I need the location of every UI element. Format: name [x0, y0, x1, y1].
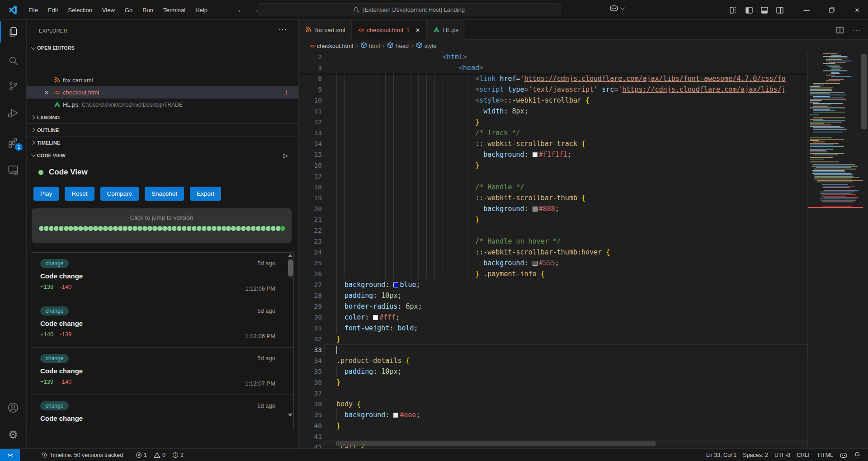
- code-line-number: 19: [299, 193, 322, 203]
- change-stats: +139-140: [40, 283, 275, 290]
- tab-hl-ps[interactable]: HL.ps: [427, 20, 465, 40]
- code-line: background: #555;: [336, 258, 559, 268]
- open-editor-checkout-html[interactable]: ✕<>checkout.html1: [27, 86, 299, 99]
- command-center[interactable]: [Extension Development Host] Landing: [258, 3, 561, 16]
- tab-fox-cart-xml[interactable]: fox cart.xml: [299, 20, 352, 40]
- file-type-ps-icon: [433, 26, 440, 34]
- open-editor-fox-cart-xml[interactable]: fox cart.xml: [27, 74, 299, 86]
- export-button[interactable]: Export: [190, 187, 221, 201]
- version-dots[interactable]: [38, 226, 286, 231]
- change-type-badge: change: [40, 401, 69, 410]
- section-timeline[interactable]: TIMELINE: [27, 136, 299, 149]
- change-time: 1:12:06 PM: [245, 285, 276, 292]
- chevron-down-icon: [620, 5, 625, 10]
- explorer-activity-icon[interactable]: [0, 21, 26, 42]
- code-line-number: 20: [299, 203, 322, 214]
- restore-button[interactable]: [819, 0, 844, 20]
- menu-help[interactable]: Help: [190, 5, 212, 15]
- vscode-logo-icon: [7, 5, 18, 15]
- section-open-editors[interactable]: OPEN EDITORS: [27, 42, 299, 54]
- section-landing[interactable]: LANDING: [27, 111, 299, 123]
- code-line: padding: 10px;: [336, 366, 402, 377]
- breadcrumb-item-checkout-html[interactable]: <>checkout.html: [310, 42, 353, 49]
- change-ago: 5d ago: [257, 402, 275, 409]
- toggle-sidebar-icon[interactable]: [745, 7, 753, 14]
- version-dot[interactable]: [280, 226, 286, 231]
- code-line: }: [336, 377, 340, 388]
- toggle-panel-icon[interactable]: [761, 7, 768, 14]
- file-type-ps-icon: [53, 101, 61, 108]
- remote-indicator[interactable]: ><: [0, 449, 20, 461]
- copilot-menu[interactable]: [609, 5, 623, 12]
- compare-button[interactable]: Compare: [100, 187, 139, 201]
- section-outline[interactable]: OUTLINE: [27, 123, 299, 136]
- status-ln-33-col-1[interactable]: Ln 33, Col 1: [703, 449, 740, 461]
- timeline-status[interactable]: Timeline: 50 versions tracked: [38, 449, 126, 461]
- status-html[interactable]: HTML: [815, 449, 836, 461]
- customize-layout-icon[interactable]: [730, 7, 737, 14]
- code-line-number: 32: [299, 334, 322, 344]
- tab-label: checkout.html: [367, 27, 403, 33]
- title-bar: FileEditSelectionViewGoRunTerminalHelp ←…: [0, 0, 868, 20]
- copilot-status-icon[interactable]: [836, 449, 851, 461]
- remote-explorer-activity-icon[interactable]: [0, 159, 26, 181]
- open-editor-hl-ps[interactable]: HL.psC:\Users\klvnk\OneDrive\Desktop\TRA…: [27, 99, 299, 111]
- change-list-item[interactable]: change5d agoCode change+140-1391:12:06 P…: [32, 300, 293, 348]
- reset-button[interactable]: Reset: [65, 187, 94, 201]
- breadcrumb-item-head[interactable]: head: [387, 42, 409, 50]
- section-code-view[interactable]: CODE VIEW ▷: [27, 149, 299, 161]
- source-control-activity-icon[interactable]: [0, 75, 26, 97]
- split-editor-icon[interactable]: [836, 27, 844, 33]
- change-list-item[interactable]: change5d agoCode change: [32, 395, 293, 430]
- version-timeline-card[interactable]: Click to jump to version: [32, 208, 292, 243]
- snapshot-button[interactable]: Snapshot: [145, 187, 184, 201]
- status-crlf[interactable]: CRLF: [793, 449, 815, 461]
- info-icon: [172, 452, 179, 458]
- minimize-button[interactable]: —: [794, 0, 819, 20]
- nav-back-icon[interactable]: ←: [237, 5, 245, 14]
- color-swatch: [373, 315, 378, 320]
- vertical-scrollbar-thumb[interactable]: [861, 54, 867, 129]
- sticky-line: <html>: [336, 52, 467, 62]
- scroll-down-icon[interactable]: [288, 414, 292, 417]
- status-utf-8[interactable]: UTF-8: [771, 449, 793, 461]
- status-bar-right: Ln 33, Col 1Spaces: 2UTF-8CRLFHTML: [703, 449, 863, 461]
- menu-terminal[interactable]: Terminal: [158, 5, 190, 15]
- menu-selection[interactable]: Selection: [63, 5, 97, 15]
- close-window-button[interactable]: ✕: [844, 0, 868, 20]
- extensions-activity-icon[interactable]: 1: [0, 131, 26, 153]
- status-spaces-2[interactable]: Spaces: 2: [740, 449, 771, 461]
- change-list-item[interactable]: change5d agoCode change+139-1401:12:06 P…: [32, 253, 293, 300]
- close-tab-icon[interactable]: ✕: [415, 27, 420, 33]
- breadcrumb-item-html[interactable]: html: [361, 42, 380, 50]
- sticky-line-number: 3: [299, 62, 322, 73]
- play-button[interactable]: Play: [33, 187, 59, 201]
- menu-go[interactable]: Go: [120, 5, 137, 15]
- tab-checkout-html[interactable]: <>checkout.html1✕: [352, 20, 427, 40]
- run-debug-activity-icon[interactable]: [0, 102, 26, 124]
- toggle-secondary-sidebar-icon[interactable]: [776, 7, 783, 14]
- account-icon[interactable]: [0, 397, 26, 419]
- search-activity-icon[interactable]: [0, 50, 26, 71]
- sidebar-more-actions[interactable]: ···: [278, 25, 287, 33]
- settings-gear-icon[interactable]: ⚙: [0, 424, 26, 446]
- text-cursor: [336, 346, 337, 354]
- horizontal-scrollbar-thumb[interactable]: [336, 441, 656, 446]
- code-editor[interactable]: 8<link href='https://cdnjs.cloudflare.co…: [299, 52, 807, 448]
- breadcrumb-item-style[interactable]: style: [416, 42, 437, 50]
- code-view-play-icon[interactable]: ▷: [283, 152, 288, 159]
- menu-run[interactable]: Run: [137, 5, 158, 15]
- change-list-scrollbar[interactable]: [287, 254, 293, 428]
- menu-view[interactable]: View: [97, 5, 120, 15]
- scroll-up-icon[interactable]: [288, 254, 292, 257]
- problems-status[interactable]: 1 0 2: [126, 449, 187, 461]
- menu-edit[interactable]: Edit: [43, 5, 63, 15]
- editor-more-actions[interactable]: ···: [853, 26, 861, 34]
- menu-file[interactable]: File: [24, 5, 43, 15]
- minimap[interactable]: [807, 52, 863, 448]
- scrollbar-thumb[interactable]: [288, 259, 293, 277]
- change-list-item[interactable]: change5d agoCode change+139-1401:12:07 P…: [32, 348, 293, 395]
- code-line-number: 37: [299, 388, 322, 399]
- notifications-bell-icon[interactable]: [851, 449, 863, 461]
- close-editor-icon[interactable]: ✕: [43, 89, 50, 96]
